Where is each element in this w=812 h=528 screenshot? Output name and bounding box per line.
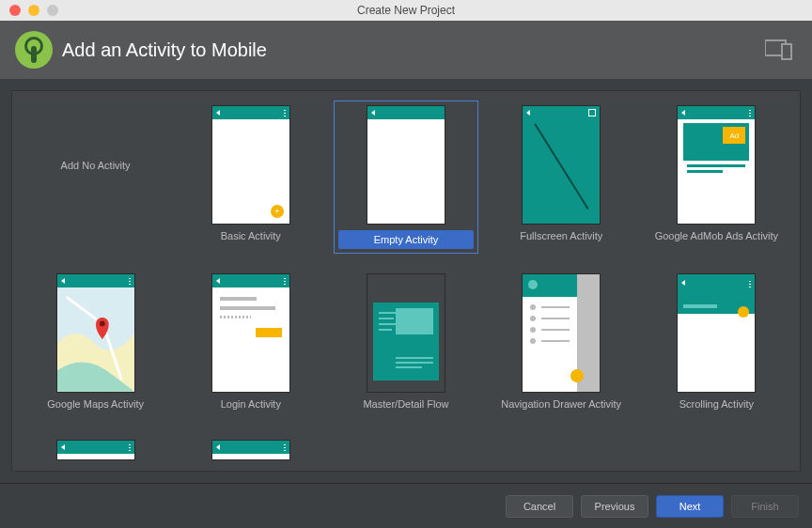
template-tile-master-detail[interactable]: Master/Detail Flow	[334, 269, 477, 420]
template-thumbnail: +	[211, 105, 290, 225]
footer: Cancel Previous Next Finish	[0, 483, 812, 528]
finish-button[interactable]: Finish	[731, 495, 799, 518]
next-button[interactable]: Next	[656, 495, 724, 518]
template-thumbnail	[211, 273, 290, 393]
window-title: Create New Project	[357, 4, 455, 17]
header: Add an Activity to Mobile	[0, 21, 812, 79]
overflow-icon	[129, 277, 131, 285]
cancel-button[interactable]: Cancel	[506, 495, 573, 518]
template-thumbnail	[367, 273, 445, 393]
back-arrow-icon	[61, 278, 65, 284]
template-thumbnail	[211, 440, 290, 460]
back-arrow-icon	[371, 110, 375, 116]
template-thumbnail	[56, 440, 135, 460]
template-label: Scrolling Activity	[679, 398, 754, 415]
overflow-icon	[129, 443, 131, 451]
template-thumbnail	[56, 273, 135, 393]
overflow-icon	[284, 109, 286, 116]
template-thumbnail	[522, 105, 601, 225]
template-label: Add No Activity	[61, 160, 131, 177]
device-icon	[765, 39, 793, 61]
template-tile-add-no-activity[interactable]: Add No Activity	[23, 101, 167, 254]
back-arrow-icon	[61, 444, 65, 450]
back-arrow-icon	[216, 110, 220, 116]
svg-rect-1	[782, 44, 791, 59]
template-tile-partial[interactable]	[23, 435, 167, 465]
template-grid: Add No Activity+Basic ActivityEmpty Acti…	[23, 101, 789, 465]
template-tile-basic-activity[interactable]: +Basic Activity	[179, 101, 322, 254]
content: Add No Activity+Basic ActivityEmpty Acti…	[0, 79, 812, 483]
template-label: Empty Activity	[338, 230, 473, 249]
template-thumbnail: Ad	[677, 105, 756, 225]
template-tile-fullscreen-activity[interactable]: Fullscreen Activity	[490, 101, 633, 254]
window-controls	[0, 5, 58, 16]
template-thumbnail	[522, 273, 601, 393]
template-tile-nav-drawer[interactable]: Navigation Drawer Activity	[490, 269, 633, 420]
back-arrow-icon	[216, 444, 220, 450]
fab-icon	[738, 306, 749, 318]
svg-point-3	[99, 320, 104, 326]
overflow-icon	[749, 109, 751, 116]
template-thumbnail	[677, 273, 756, 393]
template-tile-scrolling-activity[interactable]: Scrolling Activity	[645, 269, 789, 420]
back-arrow-icon	[681, 110, 685, 116]
template-thumbnail	[367, 105, 445, 225]
template-label: Login Activity	[221, 398, 281, 415]
template-tile-empty-activity[interactable]: Empty Activity	[334, 101, 477, 254]
template-label: Basic Activity	[221, 230, 281, 247]
minimize-icon[interactable]	[28, 5, 39, 16]
android-studio-logo-icon	[15, 31, 53, 69]
page-title: Add an Activity to Mobile	[62, 39, 267, 61]
overflow-icon	[284, 443, 286, 451]
overflow-icon	[284, 277, 286, 285]
template-tile-partial[interactable]	[179, 435, 322, 465]
template-label: Google AdMob Ads Activity	[655, 230, 778, 247]
template-tile-admob-activity[interactable]: AdGoogle AdMob Ads Activity	[645, 101, 789, 254]
template-tile-login-activity[interactable]: Login Activity	[179, 269, 322, 420]
titlebar: Create New Project	[0, 0, 812, 21]
previous-button[interactable]: Previous	[581, 495, 648, 518]
template-label: Google Maps Activity	[47, 398, 144, 415]
fab-icon: +	[271, 205, 284, 218]
fullscreen-icon	[588, 109, 596, 116]
back-arrow-icon	[681, 280, 685, 286]
template-label: Master/Detail Flow	[363, 398, 448, 415]
close-icon[interactable]	[9, 5, 21, 16]
overflow-icon	[749, 280, 751, 287]
template-label: Navigation Drawer Activity	[501, 398, 621, 415]
template-panel: Add No Activity+Basic ActivityEmpty Acti…	[11, 90, 801, 472]
back-arrow-icon	[526, 110, 530, 116]
back-arrow-icon	[216, 278, 220, 284]
zoom-icon	[47, 5, 58, 16]
ad-badge: Ad	[723, 127, 745, 144]
template-tile-maps-activity[interactable]: Google Maps Activity	[23, 269, 167, 420]
template-label: Fullscreen Activity	[520, 230, 602, 247]
